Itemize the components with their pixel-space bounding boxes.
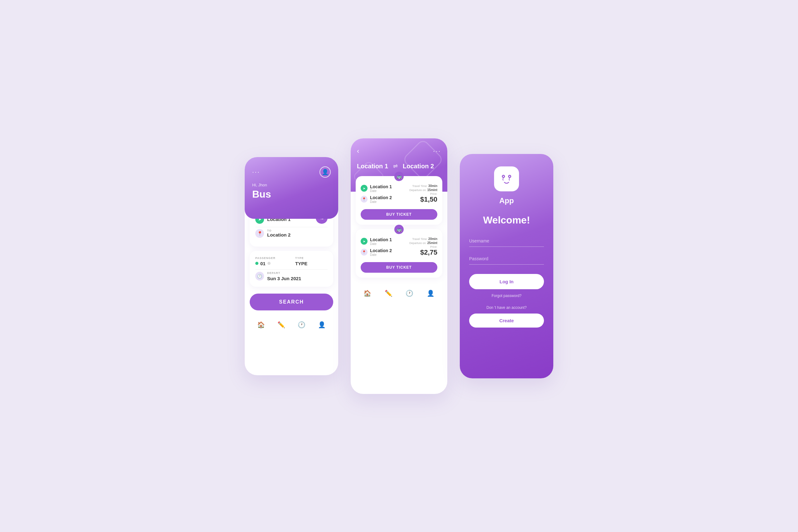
svg-point-3: [509, 176, 510, 177]
depart-label: DEPART: [267, 271, 301, 274]
depart-row: 🕐 DEPART Sun 3 Jun 2021: [255, 271, 328, 281]
t-from-name-1: Location 1: [370, 184, 392, 189]
ticket-info-2: Travel Time: 20min Departure on: 25mint …: [406, 237, 437, 259]
t-to-icon-2: 📍: [361, 249, 367, 255]
ticket-locations-2: ➤ Location 1 Date 📍 Location 2 Date: [361, 237, 403, 259]
dot-gray: [267, 262, 270, 265]
app-name: App: [499, 196, 514, 205]
t-to-date-1: Date: [370, 200, 392, 204]
logo-svg: [499, 171, 514, 187]
to-icon: 📍: [255, 229, 264, 238]
login-button[interactable]: Log In: [469, 274, 544, 289]
type-value: TYPE: [295, 261, 328, 266]
route-arrow-icon: ⇌: [393, 163, 398, 170]
t-from-icon-2: ➤: [361, 238, 367, 245]
page-title: Bus: [252, 189, 331, 200]
divider: [255, 227, 328, 227]
phone-3: App Welcome! Log In Forgot password? Don…: [460, 154, 553, 378]
t-to-row-2: 📍 Location 2 Date: [361, 248, 403, 256]
to-value: Location 2: [267, 232, 290, 238]
to-row: 📍 TO Location 2: [255, 229, 328, 238]
passenger-row: 01: [255, 261, 288, 266]
nav2-edit[interactable]: ✏️: [385, 289, 393, 297]
price-label-2: Price:: [406, 245, 437, 248]
more-icon[interactable]: ···: [433, 147, 441, 155]
buy-button-2[interactable]: BUY TICKET: [361, 262, 437, 273]
password-input[interactable]: [469, 253, 544, 265]
divider2: [255, 269, 328, 270]
price-1: $1,50: [406, 195, 437, 204]
nav2-home[interactable]: 🏠: [363, 289, 371, 297]
passenger-value: 01: [260, 261, 266, 266]
route-to: Location 2: [403, 163, 434, 170]
phone-1: ··· 👤 Hi, Jhon Bus FROM ➤ Location 1 ⇅: [245, 157, 338, 375]
departure-label-1: Departure on: 15mint: [406, 188, 437, 192]
svg-point-1: [503, 176, 504, 177]
phone1-topbar: ··· 👤: [252, 167, 331, 178]
t-from-date-1: Date: [370, 189, 392, 193]
ticket-info-1: Travel Time: 30min Departure on: 15mint …: [406, 184, 437, 206]
ticket-main-1: ➤ Location 1 Date 📍 Location 2 Date: [361, 184, 437, 206]
t-to-name-2: Location 2: [370, 248, 392, 253]
phone1-header: ··· 👤 Hi, Jhon Bus: [245, 157, 338, 219]
nav-profile[interactable]: 👤: [318, 321, 326, 328]
ticket-card-1: 🚌 ➤ Location 1 Date 📍: [356, 176, 442, 225]
passenger-label: PASSENGER: [255, 256, 288, 260]
dot-green: [255, 262, 259, 265]
nav2-history[interactable]: 🕐: [405, 289, 413, 297]
dots-icon: ···: [252, 168, 260, 175]
t-to-date-2: Date: [370, 253, 392, 256]
passenger-col: PASSENGER 01: [255, 256, 288, 266]
welcome-text: Welcome!: [483, 214, 530, 226]
ticket-locations-1: ➤ Location 1 Date 📍 Location 2 Date: [361, 184, 403, 206]
phone2-bottom-nav: 🏠 ✏️ 🕐 👤: [351, 285, 447, 301]
t-from-icon-1: ➤: [361, 185, 367, 192]
bus-icon-1: 🚌: [394, 172, 404, 181]
search-button[interactable]: SEARCH: [250, 293, 333, 310]
greeting-text: Hi, Jhon: [252, 183, 331, 187]
nav-edit[interactable]: ✏️: [278, 321, 285, 328]
buy-button-1[interactable]: BUY TICKET: [361, 209, 437, 220]
phone1-bottom-nav: 🏠 ✏️ 🕐 👤: [245, 317, 338, 333]
type-col: TYPE TYPE: [295, 256, 328, 266]
to-label: TO: [267, 229, 290, 232]
app-logo: [494, 167, 519, 191]
phone-2: ‹ ··· Location 1 ⇌ Location 2 🚌 ➤: [351, 138, 447, 394]
info-row: PASSENGER 01 TYPE TYPE: [255, 256, 328, 266]
t-to-name-1: Location 2: [370, 195, 392, 200]
bus-icon-2: 🚌: [394, 225, 404, 234]
price-label-1: Price:: [406, 192, 437, 195]
ticket-card-2: 🚌 ➤ Location 1 Date 📍: [356, 229, 442, 278]
departure-label-2: Departure on: 25mint: [406, 241, 437, 245]
depart-icon: 🕐: [255, 272, 264, 281]
details-card: PASSENGER 01 TYPE TYPE 🕐: [250, 251, 333, 287]
nav-history[interactable]: 🕐: [298, 321, 305, 328]
t-from-name-2: Location 1: [370, 237, 392, 242]
t-from-date-2: Date: [370, 242, 392, 246]
travel-label-2: Travel Time: 20min: [406, 237, 437, 241]
nav-home[interactable]: 🏠: [257, 321, 265, 328]
t-to-icon-1: 📍: [361, 196, 367, 203]
phone1-body: FROM ➤ Location 1 ⇅ 📍 TO Location 2: [245, 206, 338, 317]
route-row: Location 1 ⇌ Location 2: [357, 163, 441, 170]
phone2-topbar: ‹ ···: [357, 147, 441, 155]
create-button[interactable]: Create: [469, 314, 544, 327]
phone3-inner: App Welcome! Log In Forgot password? Don…: [460, 154, 553, 337]
route-from: Location 1: [357, 163, 388, 170]
type-label: TYPE: [295, 256, 328, 260]
price-2: $2,75: [406, 248, 437, 256]
t-from-row-1: ➤ Location 1 Date: [361, 184, 403, 193]
back-button[interactable]: ‹: [357, 147, 359, 155]
avatar-icon[interactable]: 👤: [320, 167, 331, 178]
t-to-row-1: 📍 Location 2 Date: [361, 195, 403, 204]
forgot-password[interactable]: Forgot password?: [492, 293, 521, 298]
username-input[interactable]: [469, 235, 544, 247]
screens-container: ··· 👤 Hi, Jhon Bus FROM ➤ Location 1 ⇅: [212, 138, 586, 394]
ticket-main-2: ➤ Location 1 Date 📍 Location 2 Date: [361, 237, 437, 259]
nav2-profile[interactable]: 👤: [427, 289, 435, 297]
no-account-text: Don 't have an account?: [486, 305, 527, 310]
t-from-row-2: ➤ Location 1 Date: [361, 237, 403, 246]
depart-value: Sun 3 Jun 2021: [267, 276, 301, 281]
travel-label-1: Travel Time: 30min: [406, 184, 437, 188]
phone2-body: 🚌 ➤ Location 1 Date 📍: [351, 176, 447, 285]
